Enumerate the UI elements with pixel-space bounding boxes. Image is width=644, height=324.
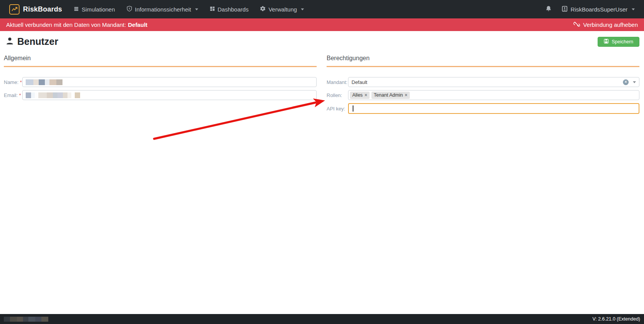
chevron-down-icon [301, 8, 304, 10]
api-key-input[interactable] [348, 103, 639, 114]
user-menu[interactable]: RiskBoardsSuperUser [562, 6, 635, 13]
email-input[interactable] [22, 90, 317, 100]
bell-icon[interactable] [545, 5, 552, 13]
banner-text: Aktuell verbunden mit den Daten von Mand… [6, 21, 126, 28]
rollen-row: Rollen: Alles × Tenant Admin × [327, 90, 639, 100]
api-key-row: API key: [327, 103, 639, 114]
nav-label: Informationssicherheit [135, 6, 191, 13]
grid-icon [210, 6, 215, 13]
api-key-label: API key: [327, 106, 348, 112]
nav-label: Verwaltung [268, 6, 297, 13]
disconnect-label: Verbindung aufheben [583, 21, 638, 28]
top-navbar: RiskBoards Simulationen Informationssich… [0, 0, 644, 18]
banner-message: Aktuell verbunden mit den Daten von Mand… [6, 21, 148, 28]
redacted-name-value [26, 79, 62, 85]
unlink-icon [573, 21, 580, 28]
required-marker: * [20, 79, 22, 85]
user-icon [6, 36, 14, 47]
brand-home-link[interactable]: RiskBoards [9, 4, 62, 15]
brand-name: RiskBoards [23, 5, 62, 13]
save-icon [604, 39, 609, 45]
role-tag: Alles × [350, 92, 370, 99]
section-heading-berechtigungen: Berechtigungen [327, 55, 639, 67]
shield-icon [127, 6, 132, 13]
chevron-down-icon[interactable] [633, 81, 636, 83]
chevron-down-icon [632, 8, 635, 10]
gear-icon [260, 6, 266, 13]
save-button[interactable]: Speichern [598, 37, 639, 47]
nav-label: Dashboards [218, 6, 249, 13]
mandant-selected-value: Default [352, 79, 367, 85]
name-label: Name: * [4, 79, 22, 85]
main-content: Benutzer Speichern Allgemein Name: * Ema… [0, 31, 644, 117]
nav-label: Simulationen [82, 6, 115, 13]
remove-tag-icon[interactable]: × [365, 93, 367, 97]
remove-tag-icon[interactable]: × [405, 93, 407, 97]
mandant-label: Mandant: [327, 79, 348, 85]
section-berechtigungen: Berechtigungen Mandant: Default × Rollen… [327, 55, 639, 117]
rollen-multiselect[interactable]: Alles × Tenant Admin × [348, 90, 639, 100]
nav-item-dashboards[interactable]: Dashboards [210, 6, 249, 13]
user-name: RiskBoardsSuperUser [571, 6, 628, 13]
redacted-email-value [26, 92, 80, 98]
simulations-stack-icon [74, 6, 79, 13]
nav-item-verwaltung[interactable]: Verwaltung [260, 6, 304, 13]
disconnect-button[interactable]: Verbindung aufheben [573, 21, 638, 28]
nav-item-informationssicherheit[interactable]: Informationssicherheit [127, 6, 198, 13]
chevron-down-icon [195, 8, 198, 10]
email-label: Email: * [4, 92, 22, 98]
name-input[interactable] [22, 77, 317, 87]
clear-selection-icon[interactable]: × [623, 79, 629, 85]
name-row: Name: * [4, 77, 317, 87]
mandant-row: Mandant: Default × [327, 77, 639, 87]
version-label: V: 2.6.21.0 (Extended) [592, 316, 640, 322]
required-marker: * [19, 92, 21, 98]
page-title: Benutzer [4, 36, 58, 47]
banner-tenant-name: Default [128, 21, 148, 28]
riskboards-logo-icon [9, 4, 20, 15]
section-heading-allgemein: Allgemein [4, 55, 317, 67]
text-cursor [353, 105, 353, 112]
redacted-status-text [4, 317, 48, 322]
role-tag: Tenant Admin × [371, 92, 410, 99]
email-row: Email: * [4, 90, 317, 100]
status-bar: V: 2.6.21.0 (Extended) [0, 314, 644, 324]
nav-item-simulationen[interactable]: Simulationen [74, 6, 115, 13]
rollen-label: Rollen: [327, 92, 348, 98]
section-allgemein: Allgemein Name: * Email: * [4, 55, 317, 117]
mandant-select[interactable]: Default × [348, 77, 639, 87]
title-row: Benutzer Speichern [4, 36, 639, 47]
main-nav: Simulationen Informationssicherheit Dash… [74, 6, 545, 13]
navbar-right: RiskBoardsSuperUser [545, 5, 635, 13]
id-card-icon [562, 6, 568, 13]
tenant-connection-banner: Aktuell verbunden mit den Daten von Mand… [0, 18, 644, 31]
